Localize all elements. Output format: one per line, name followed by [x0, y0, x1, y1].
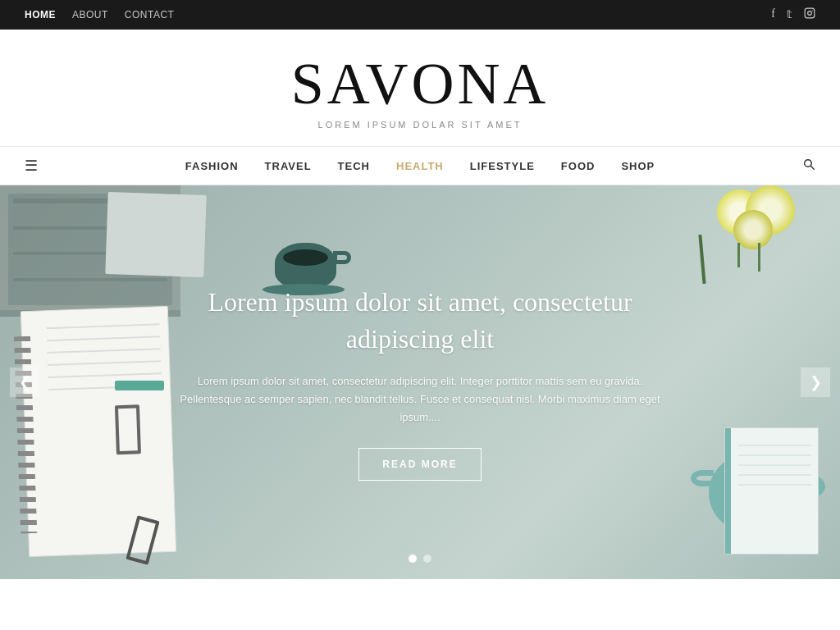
search-icon[interactable]: [802, 158, 815, 174]
svg-point-1: [808, 11, 812, 16]
slider-dot-1[interactable]: [409, 555, 417, 563]
nav-health[interactable]: HEALTH: [396, 160, 444, 172]
deco-notepad: [724, 427, 819, 555]
nav-home[interactable]: HOME: [25, 9, 56, 21]
slider-arrow-left[interactable]: ❮: [10, 368, 39, 397]
instagram-icon[interactable]: [804, 7, 815, 22]
nav-travel[interactable]: TRAVEL: [265, 160, 312, 172]
nav-lifestyle[interactable]: LIFESTYLE: [470, 160, 535, 172]
hero-slider: Lorem ipsum dolor sit amet, consectetur …: [0, 185, 840, 579]
slider-dot-2[interactable]: [423, 555, 431, 563]
svg-point-2: [812, 10, 813, 11]
deco-flowers: [684, 185, 791, 284]
main-navigation: ☰ FASHION TRAVEL TECH HEALTH LIFESTYLE F…: [0, 146, 840, 185]
twitter-icon[interactable]: 𝕥: [787, 7, 792, 22]
svg-rect-0: [805, 8, 815, 18]
facebook-icon[interactable]: f: [771, 7, 775, 22]
slider-dots: [409, 555, 431, 563]
site-tagline: LOREM IPSUM DOLAR SIT AMET: [318, 120, 523, 130]
nav-contact[interactable]: CONTACT: [125, 9, 175, 21]
nav-about[interactable]: ABOUT: [72, 9, 108, 21]
nav-fashion[interactable]: FASHION: [185, 160, 239, 172]
social-icons: f 𝕥: [771, 7, 815, 22]
read-more-button[interactable]: READ MORE: [358, 448, 481, 481]
nav-food[interactable]: FOOD: [561, 160, 596, 172]
deco-card: [105, 192, 206, 277]
svg-line-4: [810, 166, 814, 169]
hero-title: Lorem ipsum dolor sit amet, consectetur …: [166, 284, 674, 358]
nav-links: FASHION TRAVEL TECH HEALTH LIFESTYLE FOO…: [185, 160, 655, 172]
svg-point-3: [805, 160, 812, 167]
site-title: SAVONA: [291, 54, 550, 113]
top-bar: HOME ABOUT CONTACT f 𝕥: [0, 0, 840, 30]
top-navigation: HOME ABOUT CONTACT: [25, 9, 174, 21]
nav-tech[interactable]: TECH: [338, 160, 370, 172]
site-header: SAVONA LOREM IPSUM DOLAR SIT AMET: [0, 30, 840, 146]
deco-teacup: [275, 243, 336, 288]
hero-content: Lorem ipsum dolor sit amet, consectetur …: [166, 284, 674, 481]
hero-description: Lorem ipsum dolor sit amet, consectetur …: [166, 372, 674, 427]
nav-shop[interactable]: SHOP: [621, 160, 655, 172]
hamburger-icon[interactable]: ☰: [25, 157, 38, 175]
deco-marker: [115, 381, 164, 390]
slider-arrow-right[interactable]: ❯: [801, 368, 830, 397]
